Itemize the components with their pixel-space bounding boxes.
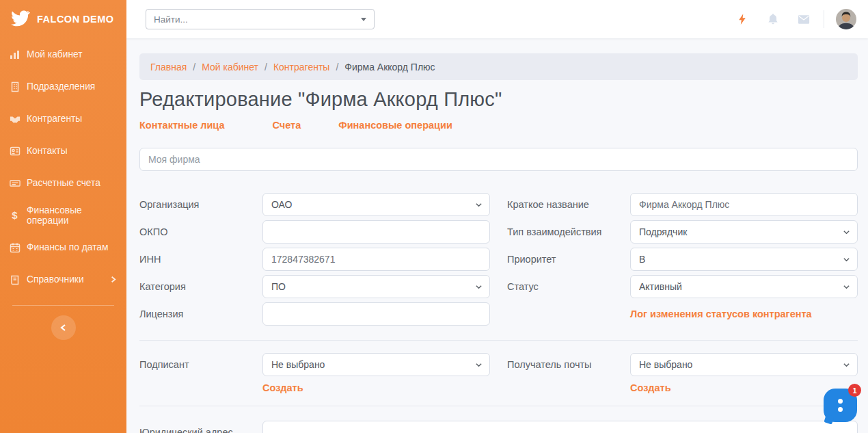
company-name-input[interactable]: [139, 148, 858, 171]
sidebar-item-finance-by-dates[interactable]: Финансы по датам: [0, 231, 126, 263]
page-title: Редактирование "Фирма Аккорд Плюс": [139, 88, 858, 111]
sidebar-item-departments[interactable]: Подразделения: [0, 70, 126, 103]
form-field-organization: Организация ОАО: [139, 193, 490, 216]
topbar-actions: [718, 9, 856, 29]
signer-block: Подписант Не выбрано Создать: [139, 353, 490, 395]
topbar: Найти...: [126, 0, 868, 38]
breadcrumb-separator: /: [193, 62, 195, 73]
sidebar-item-financial-operations[interactable]: $ Финансовые операции: [0, 199, 126, 231]
field-label: Тип взаимодействия: [507, 226, 630, 237]
edit-form: Организация ОАО ОКПО ИНН: [139, 193, 858, 433]
chat-bubble-icon: [838, 399, 843, 404]
select-value: В: [639, 254, 645, 265]
signer-create-link[interactable]: Создать: [262, 382, 303, 393]
mail-recipient-create-row: Создать: [507, 382, 858, 394]
chevron-down-icon: [843, 283, 850, 291]
bell-icon[interactable]: [767, 13, 779, 26]
breadcrumb-link-my-office[interactable]: Мой кабинет: [202, 62, 258, 73]
select-value: Подрядчик: [639, 226, 687, 237]
form-field-category: Категория ПО: [139, 275, 490, 298]
avatar[interactable]: [836, 9, 856, 29]
dollar-icon: $: [9, 210, 21, 221]
tab-contact-persons[interactable]: Контактные лица: [139, 120, 225, 131]
sidebar-item-directories[interactable]: Справочники: [0, 263, 126, 296]
sidebar-item-label: Подразделения: [27, 81, 95, 92]
breadcrumb-separator: /: [265, 62, 267, 73]
mail-recipient-select[interactable]: Не выбрано: [630, 353, 858, 376]
signer-select[interactable]: Не выбрано: [262, 353, 490, 376]
search-combobox[interactable]: Найти...: [146, 9, 375, 29]
chat-widget: 1: [824, 389, 858, 423]
field-label: Категория: [139, 281, 262, 292]
short-name-input[interactable]: [630, 193, 858, 216]
search-placeholder: Найти...: [154, 14, 188, 25]
legal-address-input[interactable]: [262, 421, 858, 433]
lightning-bolt-icon[interactable]: [736, 13, 748, 26]
sidebar-item-label: Финансовые операции: [27, 205, 117, 226]
okpo-input[interactable]: [262, 220, 490, 244]
sidebar-item-label: Расчетные счета: [27, 178, 100, 188]
license-input[interactable]: [262, 302, 490, 326]
sidebar-item-contacts[interactable]: Контакты: [0, 135, 126, 167]
section-divider: [139, 340, 858, 341]
tab-accounts[interactable]: Счета: [273, 120, 301, 131]
form-field-legal-address: Юридический адрес: [139, 421, 858, 433]
chat-bubble-icon: [838, 407, 843, 412]
form-field-mail-recipient: Получатель почты Не выбрано: [507, 353, 858, 376]
sidebar-item-accounts[interactable]: Расчетные счета: [0, 167, 126, 199]
status-log-row: Лог изменения статусов контрагента: [507, 302, 858, 326]
breadcrumb-link-home[interactable]: Главная: [150, 62, 187, 73]
select-value: Не выбрано: [639, 359, 692, 370]
money-check-icon: [9, 178, 21, 189]
sidebar-collapse-button[interactable]: [51, 315, 76, 340]
section-divider: [139, 406, 858, 406]
field-label: ИНН: [139, 254, 262, 265]
falcon-bird-icon: [11, 8, 30, 30]
chevron-down-icon: [475, 361, 483, 369]
page-content: Главная / Мой кабинет / Контрагенты / Фи…: [126, 38, 868, 433]
envelope-icon[interactable]: [798, 13, 810, 26]
id-card-icon: [9, 146, 21, 157]
organization-select[interactable]: ОАО: [262, 193, 490, 216]
field-label: Получатель почты: [507, 359, 630, 370]
sidebar-item-counterparties[interactable]: Контрагенты: [0, 103, 126, 135]
sidebar-item-label: Справочники: [27, 274, 84, 285]
interaction-type-select[interactable]: Подрядчик: [630, 220, 858, 244]
sidebar-nav: Мой кабинет Подразделения Контрагенты Ко…: [0, 38, 126, 296]
building-icon: [9, 81, 21, 92]
field-label: Юридический адрес: [139, 427, 262, 433]
select-value: Активный: [639, 281, 682, 292]
breadcrumb-link-counterparties[interactable]: Контрагенты: [273, 62, 329, 73]
chevron-right-icon: [109, 276, 117, 283]
form-field-status: Статус Активный: [507, 275, 858, 298]
status-log-link[interactable]: Лог изменения статусов контрагента: [630, 309, 812, 319]
chat-badge: 1: [848, 384, 861, 397]
field-label: ОКПО: [139, 226, 262, 237]
brand-logo[interactable]: FALCON DEMO: [0, 0, 126, 38]
field-label: Организация: [139, 199, 262, 210]
form-column-left: Организация ОАО ОКПО ИНН: [139, 193, 490, 330]
field-label: Статус: [507, 281, 630, 292]
form-field-priority: Приоритет В: [507, 248, 858, 271]
priority-select[interactable]: В: [630, 248, 858, 271]
field-label: Лицензия: [139, 309, 262, 319]
status-select[interactable]: Активный: [630, 275, 858, 298]
select-value: Не выбрано: [271, 359, 325, 370]
mail-recipient-block: Получатель почты Не выбрано Создать: [507, 353, 858, 395]
form-field-short-name: Краткое название: [507, 193, 858, 216]
breadcrumb-separator: /: [336, 62, 338, 73]
caret-down-icon: [361, 18, 366, 21]
form-field-okpo: ОКПО: [139, 220, 490, 244]
tab-financial-operations[interactable]: Финансовые операции: [338, 120, 452, 131]
entity-tabs: Контактные лица Счета Финансовые операци…: [139, 120, 858, 131]
sidebar-item-my-office[interactable]: Мой кабинет: [0, 38, 126, 70]
field-label: Приоритет: [507, 254, 630, 265]
field-label: Подписант: [139, 359, 262, 370]
chart-bar-icon: [9, 49, 21, 60]
topbar-divider: [824, 10, 824, 28]
inn-input[interactable]: [262, 248, 490, 271]
category-select[interactable]: ПО: [262, 275, 490, 298]
mail-recipient-create-link[interactable]: Создать: [630, 382, 671, 393]
brand-name: FALCON DEMO: [37, 14, 114, 25]
chevron-left-icon: [59, 324, 68, 332]
